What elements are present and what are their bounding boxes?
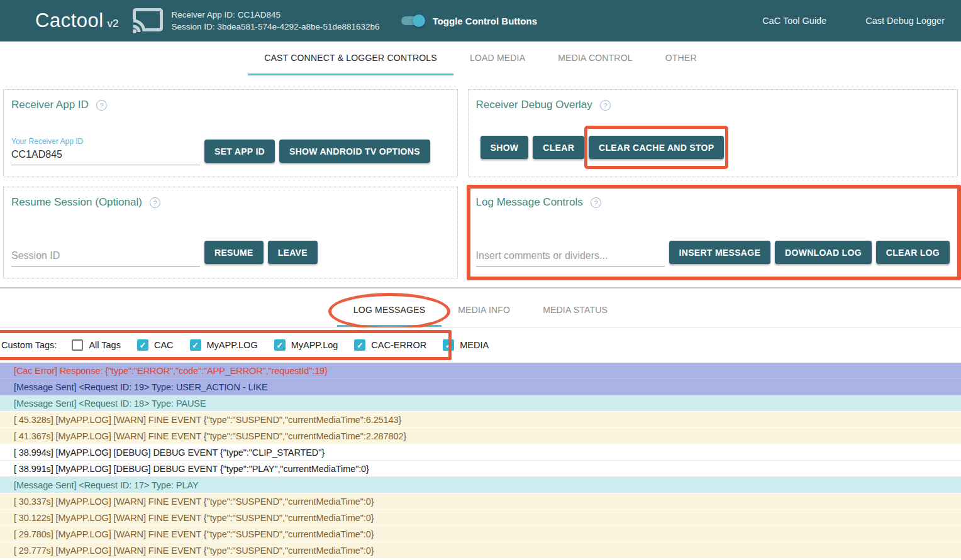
log-row-debug: [ 38.991s] [MyAPP.LOG] [DEBUG] DEBUG EVE…	[0, 461, 961, 477]
tab-load-media[interactable]: LOAD MEDIA	[453, 41, 542, 75]
clear-log-button[interactable]: CLEAR LOG	[876, 241, 950, 264]
tab-media-control[interactable]: MEDIA CONTROL	[542, 41, 649, 75]
receiver-app-id-label: Receiver App ID:	[172, 10, 235, 19]
receiver-app-id-input[interactable]	[11, 147, 200, 165]
tag-filter-media[interactable]: MEDIA	[443, 339, 489, 351]
checked-checkbox-icon[interactable]	[443, 339, 454, 351]
log-tabbar: LOG MESSAGESMEDIA INFOMEDIA STATUS	[0, 288, 961, 327]
app-logo: Cactool v2	[35, 9, 119, 32]
panel-log-message-controls: Log Message Controls INSERT MESSAGEDOWNL…	[468, 187, 958, 278]
clear-button[interactable]: CLEAR	[533, 136, 584, 159]
leave-button[interactable]: LEAVE	[268, 241, 318, 264]
log-row-warn: [ 29.780s] [MyAPP.LOG] [WARN] FINE EVENT…	[0, 526, 961, 542]
help-icon[interactable]	[96, 99, 108, 111]
checked-checkbox-icon[interactable]	[274, 339, 286, 351]
session-id-input[interactable]	[11, 248, 200, 266]
panel-receiver-app-id: Receiver App ID Your Receiver App ID SET…	[3, 89, 458, 177]
main-tabbar: CAST CONNECT & LOGGER CONTROLSLOAD MEDIA…	[0, 41, 961, 75]
link-cac-tool-guide[interactable]: CaC Tool Guide	[762, 16, 826, 26]
app-name: Cactool	[35, 9, 104, 32]
tag-filter-myapp-log[interactable]: MyAPP.Log	[274, 339, 338, 351]
session-id-label: Session ID:	[172, 22, 215, 31]
tag-label: All Tags	[89, 340, 121, 350]
insert-message-button[interactable]: INSERT MESSAGE	[669, 241, 770, 264]
annotation-ellipse-log-messages	[328, 293, 450, 330]
tab-media-info[interactable]: MEDIA INFO	[442, 294, 526, 327]
panel-title: Log Message Controls	[476, 196, 583, 209]
log-row-warn: [ 45.328s] [MyAPP.LOG] [WARN] FINE EVENT…	[0, 412, 961, 428]
tab-media-status[interactable]: MEDIA STATUS	[526, 294, 624, 327]
toggle-control-buttons-switch[interactable]	[401, 16, 423, 25]
app-version: v2	[108, 18, 119, 30]
clear-cache-and-stop-button[interactable]: CLEAR CACHE AND STOP	[589, 136, 724, 159]
show-android-tv-options-button[interactable]: SHOW ANDROID TV OPTIONS	[279, 140, 430, 163]
log-row-error: [Cac Error] Response: {"type":"ERROR","c…	[0, 363, 961, 379]
set-app-id-button[interactable]: SET APP ID	[204, 140, 275, 163]
panel-resume-session: Resume Session (Optional) RESUMELEAVE	[3, 187, 458, 278]
help-icon[interactable]	[590, 196, 602, 208]
receiver-app-id-input-label: Your Receiver App ID	[11, 137, 200, 147]
tag-label: CAC	[154, 340, 174, 350]
log-row-debug: [ 38.994s] [MyAPP.LOG] [DEBUG] DEBUG EVE…	[0, 444, 961, 461]
tag-label: MyAPP.Log	[291, 340, 338, 350]
unchecked-checkbox-icon[interactable]	[72, 339, 83, 351]
log-row-sent: [Message Sent] <Request ID: 18> Type: PA…	[0, 395, 961, 412]
toggle-control-buttons-label: Toggle Control Buttons	[433, 16, 537, 26]
show-button[interactable]: SHOW	[480, 136, 529, 159]
log-row-warn: [ 29.777s] [MyAPP.LOG] [WARN] FINE EVENT…	[0, 542, 961, 559]
app-header: Cactool v2 Receiver App ID: CC1AD845 Ses…	[0, 0, 961, 41]
tag-label: CAC-ERROR	[371, 340, 426, 350]
help-icon[interactable]	[149, 196, 161, 208]
tag-label: MEDIA	[460, 340, 489, 350]
help-icon[interactable]	[599, 99, 611, 111]
link-cast-debug-logger[interactable]: Cast Debug Logger	[865, 16, 945, 26]
custom-tags-label: Custom Tags:	[1, 340, 57, 350]
tab-log-messages[interactable]: LOG MESSAGES	[337, 294, 442, 327]
log-row-sent-action: [Message Sent] <Request ID: 19> Type: US…	[0, 379, 961, 395]
receiver-app-id-value: CC1AD845	[238, 10, 281, 19]
resume-button[interactable]: RESUME	[204, 241, 264, 264]
checked-checkbox-icon[interactable]	[137, 339, 148, 351]
tag-filter-myapp-log[interactable]: MyAPP.LOG	[190, 339, 258, 351]
download-log-button[interactable]: DOWNLOAD LOG	[775, 241, 872, 264]
tab-cast-connect-logger-controls[interactable]: CAST CONNECT & LOGGER CONTROLS	[248, 41, 453, 75]
session-info: Receiver App ID: CC1AD845 Session ID: 3b…	[172, 9, 380, 33]
log-message-list: [Cac Error] Response: {"type":"ERROR","c…	[0, 363, 961, 559]
panel-receiver-debug-overlay: Receiver Debug Overlay SHOWCLEARCLEAR CA…	[468, 89, 958, 177]
checked-checkbox-icon[interactable]	[354, 339, 365, 351]
custom-tags-bar: Custom Tags: All TagsCACMyAPP.LOGMyAPP.L…	[0, 327, 961, 363]
panel-title: Receiver App ID	[11, 99, 89, 111]
tag-filter-cac-error[interactable]: CAC-ERROR	[354, 339, 426, 351]
tag-label: MyAPP.LOG	[207, 340, 258, 350]
log-row-warn: [ 41.367s] [MyAPP.LOG] [WARN] FINE EVENT…	[0, 428, 961, 444]
panel-title: Resume Session (Optional)	[11, 196, 142, 209]
session-id-value: 3bdea581-574e-4292-a8be-51de881632b6	[217, 22, 379, 31]
log-comment-input[interactable]	[476, 248, 665, 266]
log-row-sent: [Message Sent] <Request ID: 17> Type: PL…	[0, 477, 961, 493]
tag-filter-cac[interactable]: CAC	[137, 339, 174, 351]
log-row-warn: [ 30.122s] [MyAPP.LOG] [WARN] FINE EVENT…	[0, 510, 961, 526]
tag-filter-all-tags[interactable]: All Tags	[72, 339, 121, 351]
tab-other[interactable]: OTHER	[649, 41, 713, 75]
panel-title: Receiver Debug Overlay	[476, 99, 592, 111]
control-panels: Receiver App ID Your Receiver App ID SET…	[3, 89, 958, 278]
switch-thumb	[413, 14, 425, 27]
checked-checkbox-icon[interactable]	[190, 339, 201, 351]
log-row-warn: [ 30.337s] [MyAPP.LOG] [WARN] FINE EVENT…	[0, 493, 961, 510]
chromecast-icon	[133, 8, 163, 33]
